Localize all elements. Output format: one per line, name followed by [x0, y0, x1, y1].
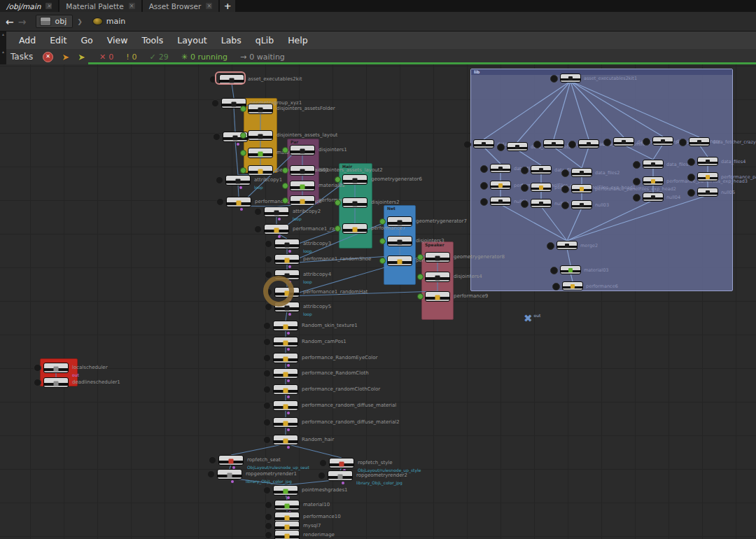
- node-body[interactable]: [531, 199, 552, 208]
- node-body[interactable]: [425, 252, 450, 262]
- bypass-flag-dot[interactable]: [335, 176, 341, 183]
- node-body[interactable]: [490, 164, 511, 173]
- menu-edit[interactable]: Edit: [43, 35, 74, 46]
- node-body[interactable]: [274, 254, 300, 265]
- bypass-flag-dot[interactable]: [379, 258, 386, 264]
- bypass-flag-dot[interactable]: [335, 200, 341, 206]
- graph-node[interactable]: data_fetcher_surprised: [613, 137, 634, 146]
- node-body[interactable]: [290, 145, 315, 155]
- node-body[interactable]: [490, 181, 511, 190]
- node-body[interactable]: [342, 197, 368, 208]
- node-body[interactable]: [218, 455, 244, 465]
- menu-help[interactable]: Help: [281, 35, 315, 46]
- node-body[interactable]: [273, 384, 298, 395]
- node-body[interactable]: [248, 130, 273, 141]
- bypass-flag-dot[interactable]: [335, 225, 341, 232]
- node-body[interactable]: [689, 137, 710, 146]
- graph-node[interactable]: performance_trails01: [248, 165, 273, 176]
- node-body[interactable]: [273, 368, 298, 379]
- graph-node[interactable]: null04: [643, 192, 664, 202]
- graph-node[interactable]: disjointers3: [387, 236, 412, 246]
- bypass-flag-dot[interactable]: [417, 254, 424, 260]
- node-body[interactable]: [43, 377, 69, 388]
- graph-node[interactable]: performance_panelFiles_exp_head1: [531, 183, 552, 192]
- node-body[interactable]: [387, 255, 412, 266]
- node-body[interactable]: [273, 353, 298, 363]
- node-body[interactable]: [543, 139, 564, 148]
- breadcrumb-obj[interactable]: obj: [36, 15, 73, 28]
- graph-node[interactable]: attribcopy1loop: [225, 175, 251, 186]
- graph-node[interactable]: attribcopy2loop: [264, 206, 289, 217]
- graph-node[interactable]: material02: [290, 181, 315, 191]
- node-body[interactable]: [290, 165, 315, 176]
- graph-node[interactable]: data_files: [490, 164, 511, 173]
- graph-node[interactable]: material01: [248, 148, 273, 158]
- node-body[interactable]: [425, 291, 450, 302]
- dirty-cook-icon[interactable]: ➤: [78, 52, 85, 62]
- graph-node[interactable]: deadlinescheduler1: [43, 377, 69, 388]
- bypass-flag-dot[interactable]: [282, 147, 288, 153]
- cancel-tasks-icon[interactable]: ✕: [43, 52, 53, 62]
- node-body[interactable]: [290, 181, 315, 191]
- graph-node[interactable]: performance1_randomFace: [226, 197, 251, 207]
- graph-node[interactable]: data_fetcher_angry: [652, 136, 673, 146]
- graph-node[interactable]: null01: [490, 197, 511, 206]
- graph-node[interactable]: data_fetcher_laugh: [543, 139, 564, 148]
- bypass-flag-dot[interactable]: [240, 167, 246, 174]
- node-body[interactable]: [560, 265, 581, 274]
- panel-collapse-handle[interactable]: ▴: [0, 49, 6, 64]
- node-body[interactable]: [264, 224, 289, 234]
- node-body[interactable]: [274, 530, 300, 539]
- graph-node[interactable]: data_fetcher_smile: [578, 139, 599, 148]
- graph-node[interactable]: disjointers_assets_layout2: [290, 165, 315, 176]
- graph-node[interactable]: renderimage: [274, 530, 300, 539]
- menu-view[interactable]: View: [100, 35, 135, 46]
- graph-node[interactable]: performance_random_diffuse_material: [273, 400, 298, 411]
- node-body[interactable]: [697, 157, 718, 166]
- node-body[interactable]: [697, 188, 718, 197]
- bypass-flag-dot[interactable]: [240, 106, 246, 112]
- graph-node[interactable]: performance_random_diffuse_material2: [273, 417, 298, 428]
- bypass-flag-dot[interactable]: [282, 197, 288, 204]
- graph-node[interactable]: data_fetcher_crazyEyebrows: [689, 137, 710, 146]
- graph-node[interactable]: disjointers1: [290, 145, 315, 155]
- bypass-flag-dot[interactable]: [417, 274, 424, 280]
- graph-node[interactable]: ropfetch_styleObjLayout/rulesnode_up_sty…: [329, 458, 354, 468]
- node-body[interactable]: [273, 337, 298, 347]
- graph-node[interactable]: data_files3: [643, 160, 664, 169]
- tab-asset-browser[interactable]: Asset Browser ×: [143, 0, 219, 12]
- node-body[interactable]: [273, 400, 298, 411]
- node-body[interactable]: [613, 137, 634, 146]
- graph-node[interactable]: performance1_randomPant: [264, 224, 289, 234]
- node-body[interactable]: [328, 470, 353, 481]
- node-body[interactable]: [643, 176, 664, 186]
- node-body[interactable]: [248, 148, 273, 158]
- bypass-flag-dot[interactable]: [282, 183, 288, 189]
- node-body[interactable]: [560, 74, 581, 83]
- graph-node[interactable]: data_fetcher_sets: [507, 142, 528, 151]
- node-body[interactable]: [490, 197, 511, 206]
- tab-material-palette[interactable]: Material Palette ×: [59, 0, 141, 12]
- menu-layout[interactable]: Layout: [170, 35, 214, 46]
- graph-node[interactable]: performance1_randomShoe: [274, 254, 300, 265]
- back-icon[interactable]: ←: [6, 17, 14, 27]
- graph-node[interactable]: Random_camPos1: [273, 337, 298, 347]
- graph-node[interactable]: performance_panelFiles_exp_head4: [697, 172, 718, 181]
- graph-node[interactable]: material10: [274, 500, 300, 510]
- node-body[interactable]: [571, 184, 592, 193]
- menu-go[interactable]: Go: [74, 35, 99, 46]
- graph-node[interactable]: performance_panelFiles_exp_head3: [643, 176, 664, 186]
- graph-node[interactable]: disjointers_assets_layout: [248, 130, 273, 141]
- node-body[interactable]: [556, 241, 578, 250]
- node-body[interactable]: [273, 485, 298, 496]
- node-body[interactable]: [43, 363, 69, 373]
- close-icon[interactable]: ×: [46, 3, 52, 9]
- bypass-flag-dot[interactable]: [282, 167, 288, 174]
- network-editor-canvas[interactable]: libParHairNetSpeakerasset_executables2ki…: [0, 64, 756, 539]
- node-body[interactable]: [643, 160, 664, 169]
- breadcrumb-main[interactable]: main: [88, 15, 132, 28]
- graph-node[interactable]: geometrygenerator7: [387, 216, 412, 227]
- node-body[interactable]: [643, 192, 664, 202]
- bypass-flag-dot[interactable]: [240, 132, 246, 139]
- node-body[interactable]: [473, 139, 494, 148]
